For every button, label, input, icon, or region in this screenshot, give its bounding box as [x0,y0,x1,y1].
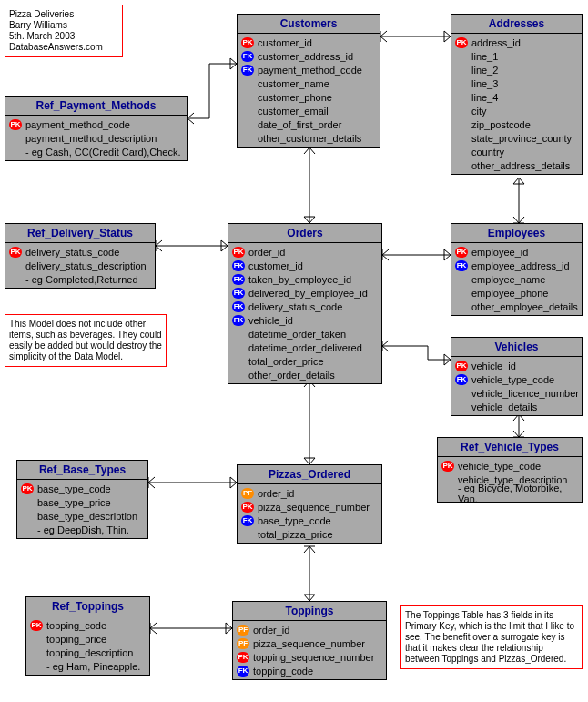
entity-orders: Orders PKorder_idFKcustomer_idFKtaken_by… [228,223,382,384]
attr-row: datetime_order_delivered [232,341,378,354]
attr-name: line_4 [471,92,498,103]
fk-badge: FK [237,666,249,677]
attr-name: - eg Completed,Returned [25,274,138,285]
attr-name: - eg Cash, CC(Credit Card),Check. [25,147,181,158]
attr-name: payment_method_description [25,133,157,144]
attr-row: zip_postcode [455,117,578,131]
entity-body: PKcustomer_idFKcustomer_address_idFKpaym… [238,34,380,147]
entity-header: Pizzas_Ordered [238,465,381,484]
attr-row: PKemployee_id [455,245,578,259]
attr-row: country [455,145,578,158]
fk-badge: FK [455,374,468,385]
attr-name: vehicle_id [471,361,516,371]
entity-body: PKvehicle_type_codevehicle_type_descript… [438,457,582,502]
entity-ref-toppings: Ref_Toppings PKtopping_codetopping_price… [25,596,150,676]
entity-body: PKpayment_method_codepayment_method_desc… [5,116,187,160]
attr-name: state_province_county [471,133,572,144]
attr-name: delivery_status_code [248,301,342,312]
fk-badge: FK [455,260,468,271]
attr-name: topping_code [253,666,313,677]
entity-body: PKdelivery_status_codedelivery_status_de… [5,243,155,288]
attr-row: line_1 [455,49,578,63]
pk-badge: PK [237,652,249,663]
attr-name: customer_address_id [258,51,353,62]
pf-badge: PF [237,638,249,649]
attr-name: employee_id [471,247,528,258]
attr-name: total_pizza_price [258,529,333,540]
attr-row: PKtopping_sequence_number [237,650,382,664]
attr-name: employee_phone [471,288,548,299]
attr-row: PKvehicle_type_code [441,459,578,473]
attr-row: FKemployee_address_id [455,259,578,272]
entity-body: PKvehicle_idFKvehicle_type_codevehicle_l… [451,357,582,415]
attr-name: other_employee_details [471,301,578,312]
attr-row: FKcustomer_id [232,259,378,272]
pf-badge: PF [241,488,254,499]
attr-name: employee_name [471,274,545,285]
attr-row: employee_phone [455,286,578,300]
attr-name: datetime_order_delivered [248,342,362,353]
entity-ref-base-types: Ref_Base_Types PKbase_type_codebase_type… [16,460,148,539]
attr-row: line_2 [455,63,578,76]
attr-row: PKcustomer_id [241,36,376,49]
attr-row: base_type_description [21,509,144,523]
entity-vehicles: Vehicles PKvehicle_idFKvehicle_type_code… [451,337,583,416]
attr-row: date_of_first_order [241,117,376,131]
pk-badge: PK [455,361,468,371]
attr-row: - eg Cash, CC(Credit Card),Check. [9,145,183,158]
attr-name: customer_name [258,78,329,89]
attr-name: customer_phone [258,92,332,103]
attr-row: PForder_id [237,623,382,636]
attr-name: country [471,147,504,158]
entity-header: Addresses [451,15,582,34]
entity-header: Ref_Vehicle_Types [438,438,582,457]
attr-name: delivery_status_code [25,247,119,258]
attr-row: PKaddress_id [455,36,578,49]
attr-row: employee_name [455,272,578,286]
attr-row: vehicle_licence_number [455,386,578,400]
attr-row: line_3 [455,76,578,90]
attr-name: delivery_status_description [25,260,147,271]
attr-row: FKcustomer_address_id [241,49,376,63]
attr-name: order_id [258,488,294,499]
toppings-note: The Toppings Table has 3 fields in its P… [400,605,583,669]
model-note: This Model does not include other items,… [5,314,167,367]
attr-row: topping_description [30,646,146,659]
attr-name: taken_by_employee_id [248,274,351,285]
entity-pizzas-ordered: Pizzas_Ordered PForder_idPKpizza_sequenc… [237,464,382,544]
pk-badge: PK [455,37,468,48]
attr-row: - eg Bicycle, Motorbike, Van. [441,486,578,500]
attr-row: PFpizza_sequence_number [237,636,382,650]
attr-row: customer_email [241,104,376,117]
attr-name: base_type_description [37,511,137,522]
attr-name: line_3 [471,78,498,89]
entity-header: Ref_Toppings [26,597,149,616]
entity-header: Ref_Payment_Methods [5,97,187,116]
attr-row: FKpayment_method_code [241,63,376,76]
attr-row: base_type_price [21,495,144,509]
attr-row: other_address_details [455,158,578,172]
attr-name: topping_sequence_number [253,652,374,663]
attr-row: PKorder_id [232,245,378,259]
attr-name: order_id [253,625,289,636]
attr-name: zip_postcode [471,119,531,130]
attr-row: city [455,104,578,117]
fk-badge: FK [241,65,254,76]
meta-author: Barry Williams [9,20,118,31]
fk-badge: FK [232,274,245,285]
fk-badge: FK [232,301,245,312]
attr-row: FKtaken_by_employee_id [232,272,378,286]
attr-name: employee_address_id [471,260,570,271]
attr-row: FKdelivered_by_employee_id [232,286,378,300]
attr-name: vehicle_licence_number [471,388,579,399]
attr-name: customer_email [258,106,329,117]
entity-body: PKorder_idFKcustomer_idFKtaken_by_employ… [228,243,381,383]
attr-name: vehicle_type_code [471,374,554,385]
entity-body: PForder_idPKpizza_sequence_numberFKbase_… [238,484,381,543]
pk-badge: PK [232,247,245,258]
attr-name: customer_id [248,260,303,271]
attr-name: - eg Ham, Pineapple. [46,661,140,672]
fk-badge: FK [232,288,245,299]
attr-name: other_order_details [248,370,335,381]
attr-row: PKtopping_code [30,618,146,632]
